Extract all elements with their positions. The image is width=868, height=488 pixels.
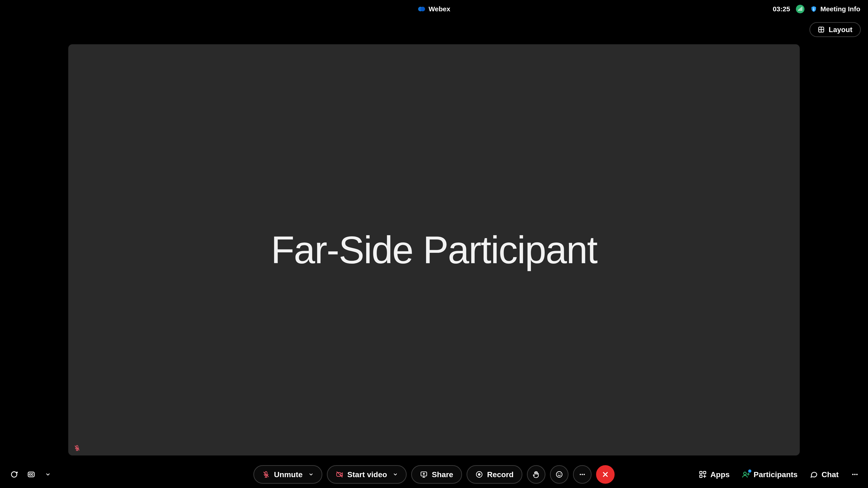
svg-rect-4: [799, 8, 800, 11]
svg-rect-39: [700, 471, 702, 474]
svg-point-2: [421, 7, 425, 11]
participant-muted-badge: [74, 445, 81, 451]
shield-info-icon: [810, 6, 817, 12]
unmute-label: Unmute: [274, 470, 303, 479]
captions-menu-caret[interactable]: [42, 469, 53, 480]
svg-point-17: [16, 472, 18, 473]
start-video-button[interactable]: Start video: [327, 465, 407, 484]
layout-label: Layout: [829, 26, 852, 34]
reactions-button[interactable]: [550, 465, 568, 484]
bottom-bar: Unmute Start video: [0, 461, 868, 488]
participants-button[interactable]: Participants: [742, 470, 798, 479]
audio-options-caret[interactable]: [309, 472, 313, 477]
layout-grid-icon: [818, 26, 825, 33]
webex-logo: [418, 5, 426, 13]
network-quality-indicator[interactable]: [796, 5, 804, 13]
svg-point-47: [852, 474, 854, 475]
record-icon: [475, 470, 483, 478]
svg-point-35: [582, 474, 583, 475]
unmute-button[interactable]: Unmute: [253, 465, 322, 484]
participants-icon: [742, 470, 750, 479]
self-view-toggle[interactable]: [9, 469, 20, 480]
share-screen-icon: [420, 470, 428, 478]
start-video-label: Start video: [347, 470, 387, 479]
apps-icon: [699, 470, 707, 479]
app-name: Webex: [429, 5, 450, 13]
apps-button[interactable]: Apps: [699, 470, 730, 479]
close-icon: [601, 470, 609, 478]
svg-rect-5: [800, 8, 801, 11]
video-options-caret[interactable]: [393, 472, 398, 477]
participant-name: Far-Side Participant: [271, 228, 597, 272]
ellipsis-icon: [851, 470, 859, 479]
svg-rect-3: [798, 9, 799, 11]
svg-point-30: [478, 473, 480, 476]
svg-rect-6: [802, 7, 802, 11]
svg-rect-23: [337, 473, 341, 477]
meeting-info-button[interactable]: Meeting Info: [810, 5, 860, 13]
svg-point-7: [813, 8, 814, 8]
smiley-icon: [555, 470, 563, 478]
record-label: Record: [487, 470, 514, 479]
svg-rect-41: [700, 475, 702, 478]
chat-label: Chat: [822, 470, 839, 479]
main-video-tile[interactable]: Far-Side Participant: [68, 44, 800, 455]
camera-off-icon: [336, 470, 343, 478]
svg-point-44: [743, 472, 746, 475]
svg-point-31: [556, 471, 562, 477]
svg-point-36: [584, 474, 585, 475]
participants-label: Participants: [754, 470, 798, 479]
record-button[interactable]: Record: [467, 465, 522, 484]
svg-point-34: [580, 474, 581, 475]
end-call-button[interactable]: [596, 465, 615, 484]
layout-button[interactable]: Layout: [809, 22, 861, 37]
microphone-off-icon: [262, 470, 270, 478]
chat-button[interactable]: Chat: [810, 470, 839, 479]
svg-point-49: [856, 474, 858, 475]
more-options-button[interactable]: [573, 465, 592, 484]
raise-hand-icon: [532, 470, 540, 478]
apps-label: Apps: [710, 470, 730, 479]
meeting-info-label: Meeting Info: [820, 5, 860, 13]
elapsed-time: 03:25: [773, 5, 790, 13]
ellipsis-icon: [579, 470, 586, 478]
svg-point-16: [11, 472, 17, 477]
svg-point-33: [560, 473, 561, 474]
top-bar: Webex 03:25 Meeting Info: [0, 0, 868, 18]
svg-rect-8: [813, 9, 814, 11]
share-button[interactable]: Share: [411, 465, 462, 484]
share-label: Share: [432, 470, 453, 479]
svg-rect-40: [704, 471, 706, 474]
svg-point-48: [854, 474, 856, 475]
chat-icon: [810, 470, 818, 479]
svg-point-32: [558, 473, 559, 474]
raise-hand-button[interactable]: [527, 465, 546, 484]
top-bar-title-area: Webex: [211, 5, 657, 13]
closed-captions-button[interactable]: [26, 469, 37, 480]
more-panel-options-button[interactable]: [851, 470, 859, 479]
